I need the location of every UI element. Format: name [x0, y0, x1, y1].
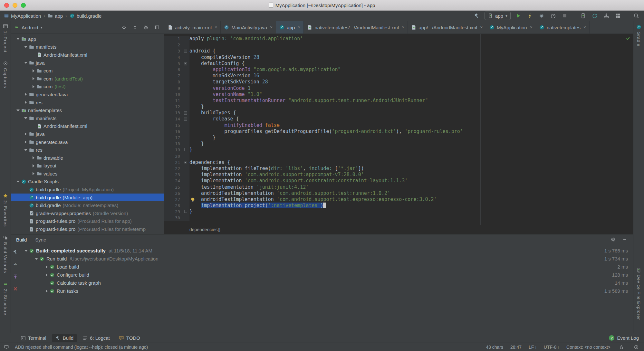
code-line[interactable]: 12 }	[164, 104, 633, 110]
code-line[interactable]: 13 buildTypes {	[164, 110, 633, 116]
project-tree-row[interactable]: build.gradle(Project: MyApplication)	[11, 185, 164, 194]
sdk-manager-button[interactable]	[602, 12, 610, 20]
gutter-line-number[interactable]: 19	[164, 147, 182, 153]
code-line[interactable]: 9 versionCode 1	[164, 85, 633, 91]
build-tree-row[interactable]: Load build2 ms	[20, 263, 633, 271]
code-line[interactable]: 29}	[164, 209, 633, 215]
tab-close-icon[interactable]: ×	[270, 25, 273, 30]
project-tree-row[interactable]: gradle-wrapper.properties(Gradle Version…	[11, 209, 164, 217]
gutter-line-number[interactable]: 5	[164, 61, 182, 67]
code-line[interactable]: 6 applicationId "com.google.ads.myapplic…	[164, 67, 633, 73]
fold-marker[interactable]	[182, 209, 189, 215]
project-tree-row[interactable]: generatedJava	[11, 90, 164, 99]
project-tree-row[interactable]: java	[11, 59, 164, 67]
status-widget-utf-8[interactable]: UTF-8↕	[544, 345, 559, 350]
fold-marker[interactable]	[182, 159, 189, 166]
code-line[interactable]: 26 androidTestImplementation 'com.androi…	[164, 190, 633, 196]
tab-close-icon[interactable]: ×	[298, 25, 300, 30]
inspection-ok-icon[interactable]	[626, 36, 630, 41]
editor-tab-app[interactable]: app×	[276, 21, 304, 33]
tool-strip-button-build-variants[interactable]: Build Variants	[3, 235, 8, 273]
editor-area[interactable]: activity_main.xml×CMainActivity.java×app…	[164, 21, 633, 234]
minimize-window-button[interactable]	[13, 3, 17, 8]
gutter-line-number[interactable]: 4	[164, 54, 182, 61]
profile-button[interactable]	[549, 12, 557, 20]
gutter-line-number[interactable]: 29	[164, 209, 182, 215]
tree-collapsed-arrow-icon[interactable]	[44, 289, 50, 293]
zoom-window-button[interactable]	[21, 3, 26, 8]
build-tree-row[interactable]: Build: completed successfullyat 11/5/18,…	[20, 247, 633, 255]
gutter-line-number[interactable]: 10	[164, 91, 182, 98]
status-widget-28-47[interactable]: 28:47	[510, 345, 522, 350]
gutter-line-number[interactable]: 25	[164, 184, 182, 190]
apply-changes-button[interactable]	[526, 12, 534, 20]
tree-collapsed-arrow-icon[interactable]	[44, 273, 50, 277]
code-line[interactable]: 3android {	[164, 48, 633, 54]
code-line[interactable]: 18 }	[164, 141, 633, 147]
tree-collapsed-arrow-icon[interactable]	[23, 93, 29, 96]
code-line[interactable]: 30	[164, 215, 633, 221]
code-line[interactable]: 10 versionName "1.0"	[164, 91, 633, 98]
gutter-line-number[interactable]: 6	[164, 67, 182, 73]
gutter-line-number[interactable]: 30	[164, 215, 182, 221]
gutter-line-number[interactable]: 20	[164, 153, 182, 159]
tree-expanded-arrow-icon[interactable]	[15, 38, 21, 40]
breadcrumb-item[interactable]: build.gradle	[70, 13, 102, 19]
tree-collapsed-arrow-icon[interactable]	[30, 69, 37, 72]
project-tree-row[interactable]: com	[11, 67, 164, 75]
tree-collapsed-arrow-icon[interactable]	[23, 101, 29, 104]
tree-expanded-arrow-icon[interactable]	[23, 62, 29, 64]
project-tree-row[interactable]: manifests	[11, 43, 164, 51]
project-tree-row[interactable]: drawable	[11, 154, 164, 162]
breadcrumb-item[interactable]: MyApplication	[4, 13, 41, 19]
tree-collapsed-arrow-icon[interactable]	[44, 265, 50, 269]
tree-collapsed-arrow-icon[interactable]	[30, 164, 37, 167]
tool-window-switcher-icon[interactable]	[4, 345, 9, 350]
project-tree-row[interactable]: AndroidManifest.xml	[11, 51, 164, 59]
tab-close-icon[interactable]: ×	[215, 25, 217, 30]
tab-sync[interactable]: Sync	[35, 237, 46, 242]
gutter-line-number[interactable]: 13	[164, 110, 182, 116]
gutter-line-number[interactable]: 28	[164, 203, 182, 209]
search-everywhere-button[interactable]	[632, 12, 640, 20]
project-tree-row[interactable]: res	[11, 99, 164, 107]
build-tree-row[interactable]: Run tasks1 s 589 ms	[20, 287, 633, 295]
filter-button[interactable]: ab	[12, 261, 19, 268]
gutter-line-number[interactable]: 7	[164, 73, 182, 79]
gutter-line-number[interactable]: 18	[164, 141, 182, 147]
settings-icon[interactable]	[142, 24, 150, 31]
gutter-line-number[interactable]: 17	[164, 135, 182, 141]
gutter-line-number[interactable]: 27	[164, 196, 182, 203]
status-widget-context-no-context-[interactable]: Context: <no context>	[566, 345, 610, 350]
debug-button[interactable]	[538, 12, 545, 20]
fold-marker[interactable]	[182, 116, 189, 122]
tool-strip-button-device-file-explorer[interactable]: Device File Explorer	[636, 268, 641, 320]
gutter-line-number[interactable]: 12	[164, 104, 182, 110]
tab-close-icon[interactable]: ×	[530, 25, 533, 30]
tab-build[interactable]: Build	[16, 237, 27, 242]
gutter-line-number[interactable]: 24	[164, 178, 182, 184]
project-tree-row[interactable]: values	[11, 170, 164, 178]
editor-tab-app-androidmanifest-xml[interactable]: app/.../AndroidManifest.xml×	[408, 21, 486, 33]
editor-tab-activity-main-xml[interactable]: activity_main.xml×	[164, 21, 221, 33]
gutter-line-number[interactable]: 9	[164, 85, 182, 91]
tree-expanded-arrow-icon[interactable]	[23, 117, 29, 119]
status-widget-43-chars[interactable]: 43 chars	[486, 345, 503, 350]
gutter-line-number[interactable]: 1	[164, 36, 182, 42]
editor-tab-mainactivity-java[interactable]: CMainActivity.java×	[221, 21, 276, 33]
code-line[interactable]: 7 minSdkVersion 16	[164, 73, 633, 79]
tree-expanded-arrow-icon[interactable]	[23, 46, 29, 48]
settings-icon[interactable]	[609, 236, 617, 243]
locate-icon[interactable]	[120, 24, 128, 31]
fold-marker[interactable]	[182, 48, 189, 54]
code-line[interactable]: 23 implementation 'com.android.support:a…	[164, 172, 633, 178]
gutter-line-number[interactable]: 3	[164, 48, 182, 54]
code-line[interactable]: 20	[164, 153, 633, 159]
stop-button[interactable]	[561, 12, 569, 20]
project-tree-row[interactable]: AndroidManifest.xml	[11, 122, 164, 130]
toolwindow-button-terminal[interactable]: Terminal	[17, 334, 50, 342]
toolwindow-button-6-logcat[interactable]: 6: Logcat	[79, 334, 113, 342]
code-line[interactable]: 14 release {	[164, 116, 633, 122]
rerun-build-button[interactable]	[12, 248, 19, 256]
gutter-line-number[interactable]: 15	[164, 122, 182, 128]
